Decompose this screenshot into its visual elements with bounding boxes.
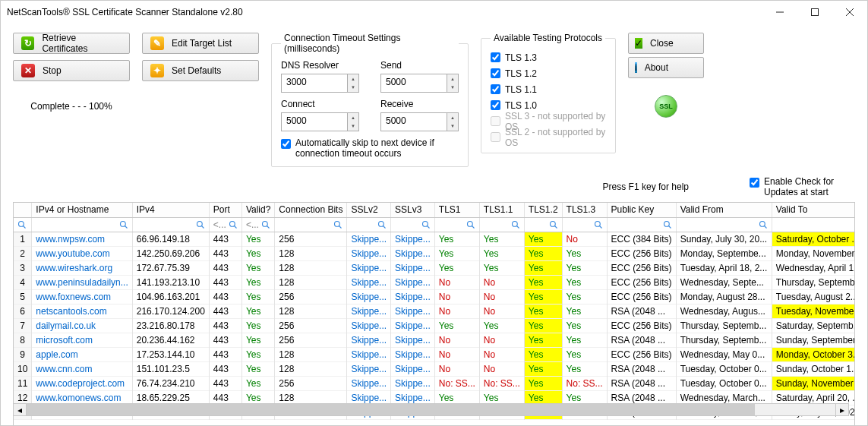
spin-up-icon[interactable]: ▲ [447,74,458,84]
retrieve-certificates-button[interactable]: ↻ Retrieve Certificates [13,33,130,54]
spin-up-icon[interactable]: ▲ [348,74,358,84]
spin-down-icon[interactable]: ▼ [348,122,358,131]
ssl3-checkbox [491,116,500,126]
scrollbar-thumb[interactable] [27,404,755,415]
hostname-link: www.youtube.com [32,246,132,260]
hostname-link: netscantools.com [32,304,132,318]
search-input[interactable] [680,220,768,229]
table-row[interactable]: 1www.nwpsw.com66.96.149.18443Yes256Skipp… [14,232,855,246]
close-button[interactable]: ✓ Close [628,33,704,54]
search-input[interactable] [36,220,128,229]
tls10-checkbox[interactable] [491,100,500,110]
tls13-checkbox[interactable] [491,52,500,62]
table-row[interactable]: 8microsoft.com20.236.44.162443Yes256Skip… [14,333,855,347]
col-bits[interactable]: Connection Bits [275,203,347,217]
receive-input[interactable]: 5000 ▲▼ [380,112,459,131]
maximize-button[interactable] [797,1,832,24]
spin-up-icon[interactable]: ▲ [348,113,358,122]
table-row[interactable]: 5www.foxnews.com104.96.163.201443Yes256S… [14,289,855,304]
column-header-row[interactable]: IPv4 or Hostname IPv4 Port Valid? Connec… [14,203,855,217]
col-valid[interactable]: Valid? [241,203,274,217]
table-row[interactable]: 4www.peninsuladailyn...141.193.213.10443… [14,275,855,289]
edit-target-list-button[interactable]: ✎ Edit Target List [142,33,259,54]
search-input[interactable] [439,220,475,229]
col-port[interactable]: Port [209,203,241,217]
tls12-checkbox[interactable] [491,68,500,78]
spin-down-icon[interactable]: ▼ [348,84,358,93]
scroll-left-icon[interactable]: ◂ [14,404,27,415]
hostname-link: apple.com [32,347,132,361]
table-row[interactable]: 11www.codeproject.com76.74.234.210443Yes… [14,376,855,390]
svg-point-18 [422,221,428,226]
search-input[interactable] [611,220,672,229]
col-tls11[interactable]: TLS1.1 [479,203,524,217]
table-row[interactable]: 9apple.com17.253.144.10443Yes128Skippe..… [14,347,855,361]
search-icon[interactable] [17,220,27,229]
search-row[interactable]: <...<... [14,217,855,232]
status-text: Complete - - - 100% [13,101,130,112]
svg-line-29 [668,226,671,228]
stop-button[interactable]: ✕ Stop [13,60,130,81]
col-tls13[interactable]: TLS1.3 [562,203,607,217]
col-sslv3[interactable]: SSLv3 [391,203,435,217]
hostname-link: www.peninsuladailyn... [32,275,132,289]
send-label: Send [380,60,459,71]
col-tls12[interactable]: TLS1.2 [524,203,562,217]
hostname-link: dailymail.co.uk [32,318,132,333]
search-input[interactable] [529,220,558,229]
close-window-button[interactable] [832,1,867,24]
table-row[interactable]: 7dailymail.co.uk23.216.80.178443Yes256Sk… [14,318,855,333]
table-row[interactable]: 2www.youtube.com142.250.69.206443Yes128S… [14,246,855,260]
col-hostname[interactable]: IPv4 or Hostname [32,203,132,217]
svg-point-28 [664,221,669,226]
svg-line-9 [201,226,204,228]
table-row[interactable]: 6netscantools.com216.170.124.200443Yes12… [14,304,855,318]
minimize-button[interactable] [762,1,797,24]
about-button[interactable]: i About [628,57,704,78]
col-tls1[interactable]: TLS1 [434,203,479,217]
search-input[interactable]: <... [246,219,270,230]
svg-line-21 [472,226,474,228]
search-input[interactable] [137,220,205,229]
search-input[interactable]: <... [213,219,238,230]
hostname-link: microsoft.com [32,333,132,347]
spin-down-icon[interactable]: ▼ [447,122,458,131]
spin-down-icon[interactable]: ▼ [447,84,458,93]
col-validto[interactable]: Valid To [772,203,855,217]
results-grid[interactable]: IPv4 or Hostname IPv4 Port Valid? Connec… [13,202,855,426]
svg-line-11 [234,226,236,228]
search-input[interactable] [567,220,603,229]
connect-input[interactable]: 5000 ▲▼ [281,112,359,131]
hostname-link: www.cnn.com [32,361,132,376]
svg-point-8 [197,221,202,226]
dns-resolver-input[interactable]: 3000 ▲▼ [281,74,359,93]
search-input[interactable] [776,220,855,229]
table-row[interactable]: 3www.wireshark.org172.67.75.39443Yes128S… [14,260,855,275]
svg-line-15 [339,226,342,228]
search-input[interactable] [279,220,342,229]
horizontal-scrollbar[interactable]: ◂ ▸ [13,403,849,416]
svg-point-24 [550,221,555,226]
spin-up-icon[interactable]: ▲ [447,113,458,122]
set-defaults-button[interactable]: ✦ Set Defaults [142,60,259,81]
scroll-right-icon[interactable]: ▸ [835,404,848,415]
col-ipv4[interactable]: IPv4 [132,203,209,217]
col-sslv2[interactable]: SSLv2 [347,203,391,217]
autoskip-checkbox[interactable] [281,139,291,149]
search-input[interactable] [484,220,520,229]
table-row[interactable]: 10www.cnn.com151.101.23.5443Yes128Skippe… [14,361,855,376]
col-publickey[interactable]: Public Key [607,203,676,217]
send-input[interactable]: 5000 ▲▼ [380,74,459,93]
search-input[interactable] [351,220,387,229]
tls11-checkbox[interactable] [491,84,500,94]
svg-point-16 [379,221,384,226]
hostname-link: www.wireshark.org [32,260,132,275]
retrieve-icon: ↻ [21,36,34,50]
updates-checkbox[interactable] [750,178,759,188]
receive-label: Receive [380,99,459,109]
col-validfrom[interactable]: Valid From [676,203,772,217]
timeout-legend: Connection Timeout Settings (millisecond… [281,33,459,54]
svg-line-25 [554,226,557,228]
titlebar: NetScanTools® SSL Certificate Scanner St… [1,1,867,24]
search-input[interactable] [395,220,431,229]
